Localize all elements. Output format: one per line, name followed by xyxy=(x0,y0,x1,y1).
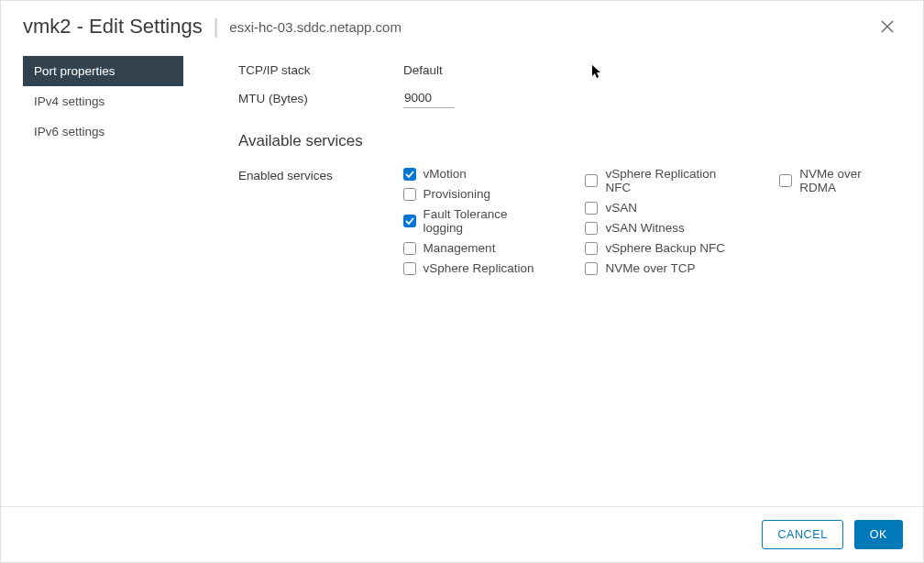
nav-ipv6-settings[interactable]: IPv6 settings xyxy=(23,116,183,147)
mtu-label: MTU (Bytes) xyxy=(238,92,403,105)
nav-port-properties[interactable]: Port properties xyxy=(23,56,183,86)
title-separator: | xyxy=(214,15,219,39)
service-checkbox[interactable]: vSAN Witness xyxy=(585,221,744,235)
content-panel: TCP/IP stack Default MTU (Bytes) Availab… xyxy=(183,56,923,506)
close-icon[interactable] xyxy=(874,14,901,39)
service-label: vSphere Backup NFC xyxy=(605,241,725,255)
cancel-button[interactable]: CANCEL xyxy=(762,520,842,549)
service-label: Fault Tolerance logging xyxy=(424,207,551,235)
service-checkbox[interactable]: Provisioning xyxy=(403,187,551,201)
tcpip-stack-value: Default xyxy=(403,63,443,77)
service-label: vSAN xyxy=(605,201,637,215)
service-checkbox[interactable]: vSphere Backup NFC xyxy=(585,241,744,255)
checkbox-icon[interactable] xyxy=(585,262,598,275)
dialog-title: vmk2 - Edit Settings xyxy=(23,15,203,39)
service-label: vSphere Replication NFC xyxy=(605,167,744,194)
service-checkbox[interactable]: vSphere Replication xyxy=(403,261,551,275)
service-checkbox[interactable]: NVMe over TCP xyxy=(585,261,744,275)
checkbox-icon[interactable] xyxy=(585,174,598,187)
checkbox-icon[interactable] xyxy=(585,242,598,255)
service-checkbox[interactable]: vSAN xyxy=(585,201,744,215)
service-checkbox[interactable]: vSphere Replication NFC xyxy=(585,167,744,194)
service-label: NVMe over TCP xyxy=(605,261,695,275)
service-checkbox[interactable]: Management xyxy=(403,241,551,255)
checkbox-icon[interactable] xyxy=(403,215,416,227)
service-label: Management xyxy=(424,241,496,255)
enabled-services-label: Enabled services xyxy=(238,167,403,182)
service-label: Provisioning xyxy=(424,187,491,201)
service-checkbox[interactable]: Fault Tolerance logging xyxy=(403,207,551,235)
service-checkbox[interactable]: vMotion xyxy=(403,167,551,181)
service-label: vSphere Replication xyxy=(424,261,534,275)
service-label: vMotion xyxy=(424,167,467,181)
sidebar: Port properties IPv4 settings IPv6 setti… xyxy=(23,56,183,506)
service-label: NVMe over RDMA xyxy=(799,167,901,194)
service-label: vSAN Witness xyxy=(605,221,684,235)
tcpip-stack-label: TCP/IP stack xyxy=(238,63,403,77)
checkbox-icon[interactable] xyxy=(403,188,416,201)
checkbox-icon[interactable] xyxy=(403,168,416,181)
checkbox-icon[interactable] xyxy=(403,262,416,275)
host-name: esxi-hc-03.sddc.netapp.com xyxy=(229,19,402,35)
checkbox-icon[interactable] xyxy=(403,242,416,255)
checkbox-icon[interactable] xyxy=(585,202,598,215)
nav-ipv4-settings[interactable]: IPv4 settings xyxy=(23,86,183,116)
checkbox-icon[interactable] xyxy=(779,174,792,187)
service-checkbox[interactable]: NVMe over RDMA xyxy=(779,167,901,194)
checkbox-icon[interactable] xyxy=(585,222,598,235)
mtu-input[interactable] xyxy=(403,88,455,108)
ok-button[interactable]: OK xyxy=(854,520,903,549)
available-services-heading: Available services xyxy=(238,132,901,150)
